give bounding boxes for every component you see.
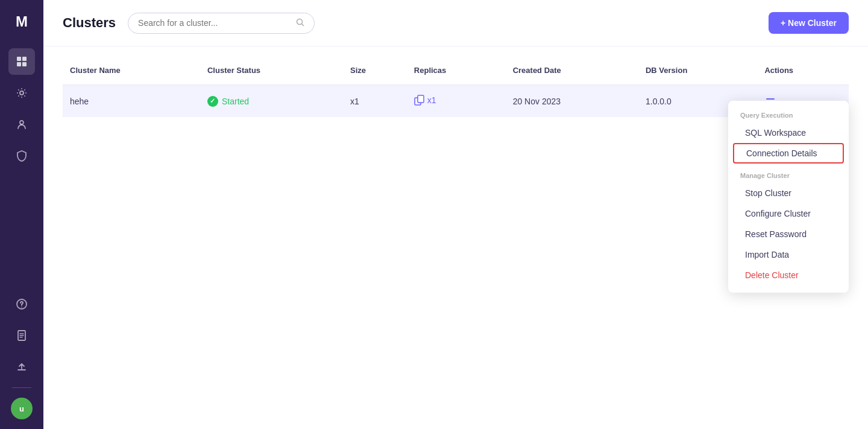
cell-cluster-name: hehe xyxy=(63,85,200,118)
cell-size: x1 xyxy=(343,85,407,118)
svg-rect-3 xyxy=(22,62,27,66)
col-replicas: Replicas xyxy=(407,56,506,85)
svg-rect-11 xyxy=(418,95,424,103)
svg-rect-1 xyxy=(22,57,27,61)
sidebar-item-tools[interactable] xyxy=(8,80,35,106)
dropdown-item-reset-password[interactable]: Reset Password xyxy=(728,224,849,244)
status-badge: Started xyxy=(207,96,249,107)
table-header: Cluster Name Cluster Status Size Replica… xyxy=(63,56,849,85)
svg-point-4 xyxy=(20,91,24,95)
replica-icon: x1 xyxy=(414,95,436,106)
col-db-version: DB Version xyxy=(638,56,757,85)
dropdown-item-configure-cluster[interactable]: Configure Cluster xyxy=(728,203,849,224)
actions-dropdown: Query Execution SQL Workspace Connection… xyxy=(728,101,849,293)
dropdown-item-sql-workspace[interactable]: SQL Workspace xyxy=(728,122,849,143)
new-cluster-button[interactable]: + New Cluster xyxy=(769,12,849,34)
svg-point-9 xyxy=(297,19,303,24)
dropdown-item-delete-cluster[interactable]: Delete Cluster xyxy=(728,265,849,285)
cell-created-date: 20 Nov 2023 xyxy=(506,85,638,118)
page-title: Clusters xyxy=(63,15,116,31)
sidebar-item-help[interactable] xyxy=(8,291,35,317)
dropdown-section-query: Query Execution xyxy=(728,108,849,122)
col-cluster-status: Cluster Status xyxy=(200,56,343,85)
col-size: Size xyxy=(343,56,407,85)
col-cluster-name: Cluster Name xyxy=(63,56,200,85)
sidebar-item-docs[interactable] xyxy=(8,322,35,349)
sidebar-item-upload[interactable] xyxy=(8,354,35,380)
sidebar-item-users[interactable] xyxy=(8,111,35,138)
sidebar-item-shield[interactable] xyxy=(8,142,35,169)
content-area: Cluster Name Cluster Status Size Replica… xyxy=(43,46,868,429)
header: Clusters + New Cluster xyxy=(43,0,868,46)
sidebar-divider xyxy=(12,387,31,388)
replica-count: x1 xyxy=(427,95,436,105)
svg-point-7 xyxy=(21,307,22,308)
col-created-date: Created Date xyxy=(506,56,638,85)
search-input[interactable] xyxy=(138,18,291,28)
dropdown-item-stop-cluster[interactable]: Stop Cluster xyxy=(728,183,849,203)
dropdown-item-import-data[interactable]: Import Data xyxy=(728,244,849,265)
svg-rect-0 xyxy=(17,57,21,61)
sidebar: M xyxy=(0,0,43,429)
sidebar-logo: M xyxy=(10,10,34,34)
col-actions: Actions xyxy=(757,56,849,85)
svg-rect-2 xyxy=(17,62,21,66)
cell-cluster-status: Started xyxy=(200,85,343,118)
cell-replicas: x1 xyxy=(407,85,506,118)
search-icon xyxy=(296,18,304,28)
main-content: Clusters + New Cluster Cluster Name Clus… xyxy=(43,0,868,429)
dropdown-section-manage: Manage Cluster xyxy=(728,168,849,183)
sidebar-item-dashboard[interactable] xyxy=(8,48,35,75)
status-label: Started xyxy=(222,97,249,106)
svg-rect-12 xyxy=(766,98,775,100)
search-box[interactable] xyxy=(128,13,315,34)
status-dot-icon xyxy=(207,96,218,107)
svg-point-5 xyxy=(20,121,24,124)
avatar[interactable]: u xyxy=(11,398,33,419)
dropdown-item-connection-details[interactable]: Connection Details xyxy=(733,143,844,164)
